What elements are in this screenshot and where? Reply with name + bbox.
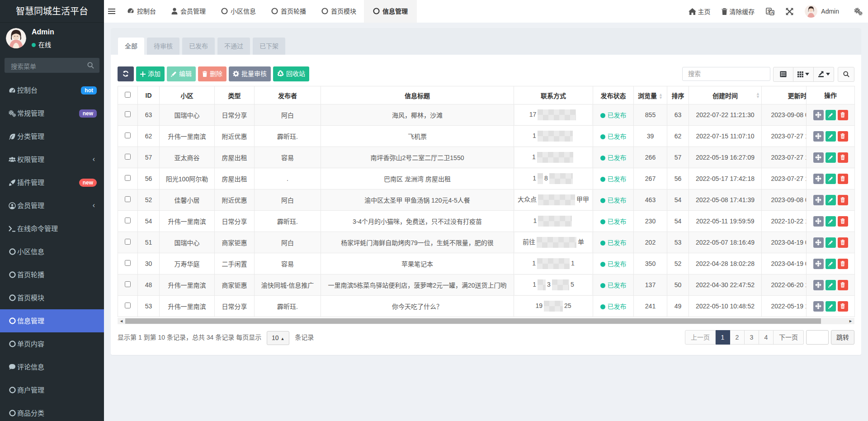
- svg-text:A: A: [771, 10, 774, 15]
